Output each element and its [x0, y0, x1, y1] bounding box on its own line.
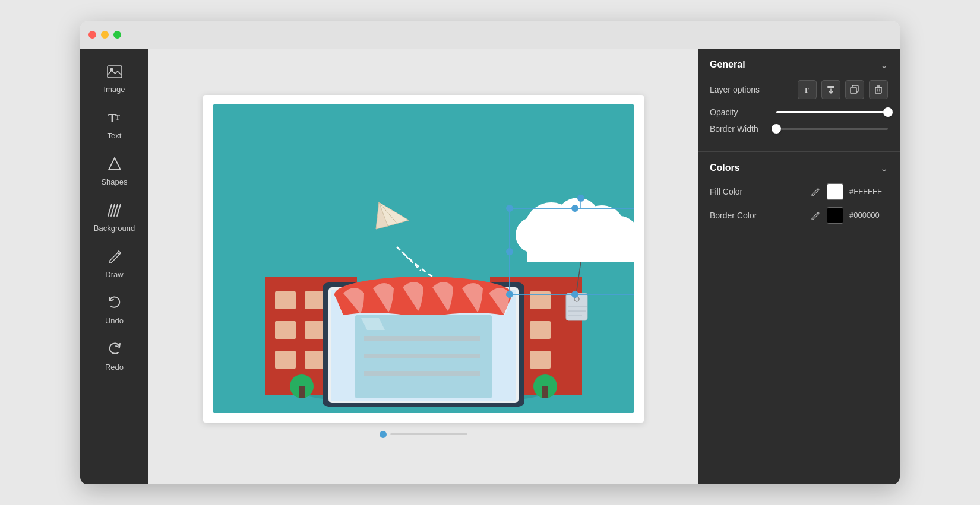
background-label: Background: [94, 224, 135, 233]
shapes-icon: [107, 157, 122, 174]
image-icon: [107, 65, 122, 82]
svg-rect-28: [542, 386, 548, 398]
fill-color-row: Fill Color #FFFFFF: [710, 183, 888, 200]
colors-section: Colors ⌄ Fill Color #FFFFFF Border Color: [698, 152, 900, 242]
svg-point-56: [506, 205, 513, 212]
svg-rect-14: [305, 291, 325, 309]
svg-rect-46: [527, 229, 634, 262]
layer-options-label: Layer options: [710, 85, 792, 94]
fill-color-hex: #FFFFFF: [849, 187, 888, 196]
opacity-slider[interactable]: [776, 111, 888, 113]
border-width-slider[interactable]: [776, 128, 888, 130]
sidebar-item-background[interactable]: Background: [88, 197, 141, 239]
maximize-button[interactable]: [113, 31, 121, 39]
svg-text:T: T: [804, 85, 809, 94]
svg-point-61: [571, 291, 578, 298]
svg-rect-34: [364, 336, 480, 341]
border-color-hex: #000000: [849, 211, 888, 220]
general-title: General: [710, 59, 745, 70]
layer-buttons: T: [798, 80, 888, 99]
svg-rect-65: [827, 86, 834, 88]
sidebar: Image T T Text Shapes: [80, 49, 148, 484]
general-section: General ⌄ Layer options T: [698, 49, 900, 152]
border-width-label: Border Width: [710, 124, 769, 134]
svg-marker-4: [109, 158, 121, 170]
opacity-label: Opacity: [710, 107, 769, 117]
undo-icon: [107, 296, 122, 313]
svg-rect-0: [108, 66, 122, 78]
redo-icon: [107, 342, 122, 360]
border-color-label: Border Color: [710, 211, 804, 220]
canvas-inner[interactable]: [213, 104, 634, 413]
move-down-button[interactable]: [821, 80, 840, 99]
fill-color-swatch[interactable]: [827, 183, 843, 200]
general-header: General ⌄: [710, 59, 888, 71]
undo-label: Undo: [105, 316, 124, 325]
scroll-line: [390, 433, 467, 435]
scroll-indicator: [380, 431, 467, 438]
sidebar-item-undo[interactable]: Undo: [88, 290, 141, 331]
sidebar-item-redo[interactable]: Redo: [88, 336, 141, 377]
svg-point-53: [577, 195, 584, 202]
redo-label: Redo: [105, 363, 124, 371]
draw-label: Draw: [105, 270, 123, 279]
text-label: Text: [108, 131, 122, 140]
sidebar-item-image[interactable]: Image: [88, 59, 141, 100]
minimize-button[interactable]: [101, 31, 109, 39]
border-width-row: Border Width: [710, 124, 888, 134]
shapes-label: Shapes: [101, 177, 127, 186]
right-panel: General ⌄ Layer options T: [698, 49, 900, 484]
svg-rect-24: [530, 351, 551, 369]
border-color-swatch[interactable]: [827, 207, 843, 224]
svg-rect-17: [275, 351, 296, 369]
border-width-thumb[interactable]: [772, 124, 781, 134]
general-chevron-icon[interactable]: ⌄: [880, 59, 888, 71]
svg-rect-26: [299, 386, 305, 398]
text-icon: T T: [107, 110, 122, 128]
svg-rect-36: [364, 371, 480, 376]
sidebar-item-shapes[interactable]: Shapes: [88, 151, 141, 192]
canvas-wrapper: [203, 95, 644, 423]
svg-rect-35: [364, 354, 480, 358]
colors-header: Colors ⌄: [710, 163, 888, 174]
copy-layer-button[interactable]: [845, 80, 864, 99]
app-body: Image T T Text Shapes: [80, 49, 900, 484]
border-color-pencil-icon[interactable]: [810, 210, 821, 221]
fill-color-label: Fill Color: [710, 187, 804, 196]
close-button[interactable]: [88, 31, 96, 39]
image-label: Image: [103, 85, 125, 94]
svg-rect-15: [275, 321, 296, 339]
border-color-row: Border Color #000000: [710, 207, 888, 224]
svg-point-62: [506, 248, 513, 255]
opacity-fill: [776, 111, 888, 113]
svg-rect-67: [851, 87, 856, 94]
colors-chevron-icon[interactable]: ⌄: [880, 163, 888, 174]
layer-options-row: Layer options T: [710, 80, 888, 99]
sidebar-item-text[interactable]: T T Text: [88, 104, 141, 146]
title-bar: [80, 21, 900, 49]
canvas-area[interactable]: [148, 49, 698, 484]
background-icon: [107, 203, 122, 221]
sidebar-item-draw[interactable]: Draw: [88, 243, 141, 285]
draw-icon: [107, 249, 122, 267]
text-layer-button[interactable]: T: [798, 80, 817, 99]
fill-color-pencil-icon[interactable]: [810, 186, 821, 197]
svg-rect-16: [305, 321, 325, 339]
svg-text:T: T: [115, 113, 120, 122]
svg-rect-68: [875, 87, 881, 93]
delete-layer-button[interactable]: [869, 80, 888, 99]
opacity-thumb[interactable]: [883, 107, 893, 117]
svg-point-58: [506, 291, 513, 298]
colors-title: Colors: [710, 163, 740, 173]
svg-point-60: [571, 205, 578, 212]
svg-rect-18: [305, 351, 325, 369]
opacity-row: Opacity: [710, 107, 888, 117]
svg-rect-22: [530, 321, 551, 339]
app-window: Image T T Text Shapes: [80, 21, 900, 484]
svg-rect-13: [275, 291, 296, 309]
scroll-dot-active[interactable]: [380, 431, 387, 438]
